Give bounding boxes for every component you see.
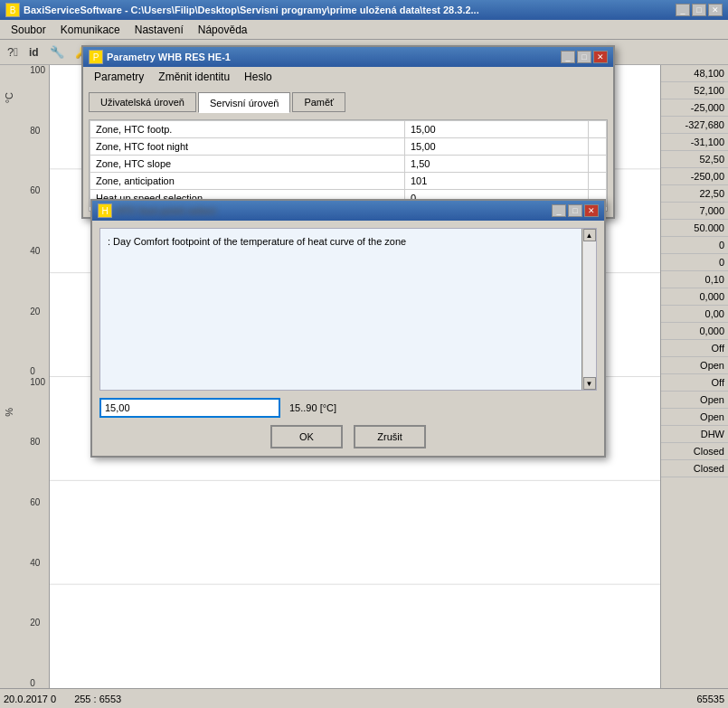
toolbar-id-icon[interactable]: id xyxy=(25,44,43,61)
menu-bar: Soubor Komunikace Nastavení Nápověda xyxy=(0,20,728,40)
menu-nastaveni[interactable]: Nastavení xyxy=(128,22,191,38)
tab-uzivatelska[interactable]: Uživatelská úroveň xyxy=(89,92,196,112)
menu-komunikace[interactable]: Komunikace xyxy=(53,22,128,38)
dialog-help-maximize[interactable]: □ xyxy=(568,204,582,217)
right-value-15: 0,000 xyxy=(661,323,728,340)
param-label-3: Zone, anticipation xyxy=(90,173,405,190)
param-label-2: Zone, HTC slope xyxy=(90,156,405,173)
minimize-button[interactable]: _ xyxy=(676,4,690,16)
scroll-track xyxy=(583,241,596,377)
dialog-parametry-controls: _ □ ✕ xyxy=(561,51,608,63)
right-value-0: 48,100 xyxy=(661,65,728,82)
dialog-help-minimize[interactable]: _ xyxy=(552,204,566,217)
scroll-down-arrow[interactable]: ▼ xyxy=(583,377,596,390)
window-controls: _ □ ✕ xyxy=(676,4,723,16)
param-scroll-0 xyxy=(589,121,607,138)
dialog-menu-identitu[interactable]: Změnit identitu xyxy=(151,69,237,85)
toolbar-help-icon[interactable]: ?⃝ xyxy=(4,43,22,61)
table-row: Zone, HTC foot night xyxy=(90,138,607,156)
right-value-12: 0,10 xyxy=(661,271,728,288)
help-value-input[interactable] xyxy=(99,398,280,418)
maximize-button[interactable]: □ xyxy=(692,4,706,16)
right-panel: 48,100 52,100 -25,000 -327,680 -31,100 5… xyxy=(660,65,728,688)
param-value-1 xyxy=(405,138,589,156)
right-value-7: 22,50 xyxy=(661,185,728,203)
param-label-0: Zone, HTC footp. xyxy=(90,121,405,138)
dialog-parametry-content: Uživatelská úroveň Servisní úroveň Paměť… xyxy=(83,87,613,217)
dialog-parametry: P Parametry WHB RES HE-1 _ □ ✕ Parametry… xyxy=(81,45,615,219)
param-scroll-1 xyxy=(589,138,607,156)
dialog-help-title: HTC foot point select xyxy=(116,205,548,216)
param-label-1: Zone, HTC foot night xyxy=(90,138,405,156)
right-value-21: DHW xyxy=(661,426,728,443)
dialog-help-controls: _ □ ✕ xyxy=(552,204,599,217)
right-value-8: 7,000 xyxy=(661,203,728,220)
param-input-2[interactable] xyxy=(411,158,582,169)
right-value-23: Closed xyxy=(661,460,728,477)
right-value-16: Off xyxy=(661,340,728,357)
tab-servisni[interactable]: Servisní úroveň xyxy=(198,92,290,113)
dialog-help: H HTC foot point select _ □ ✕ : Day Comf… xyxy=(90,199,606,458)
dialog-parametry-close[interactable]: ✕ xyxy=(593,51,608,63)
close-button[interactable]: ✕ xyxy=(708,4,723,16)
app-icon: B xyxy=(5,3,20,17)
help-buttons: OK Zrušit xyxy=(99,425,597,448)
param-scroll-3 xyxy=(589,173,607,190)
dialog-parametry-maximize[interactable]: □ xyxy=(577,51,591,63)
help-scrollbar: ▲ ▼ xyxy=(581,229,596,390)
right-value-19: Open xyxy=(661,392,728,409)
menu-soubor[interactable]: Soubor xyxy=(4,22,53,38)
scroll-up-arrow[interactable]: ▲ xyxy=(583,229,596,241)
dialog-help-close[interactable]: ✕ xyxy=(584,204,599,217)
param-scroll-2 xyxy=(589,156,607,173)
status-right: 65535 xyxy=(696,694,724,704)
right-value-2: -25,000 xyxy=(661,99,728,117)
right-value-3: -327,680 xyxy=(661,117,728,134)
right-value-9: 50.000 xyxy=(661,220,728,237)
right-value-14: 0,00 xyxy=(661,306,728,323)
right-value-5: 52,50 xyxy=(661,151,728,168)
dialog-menu-heslo[interactable]: Heslo xyxy=(237,69,279,85)
toolbar-wrench-icon[interactable]: 🔧 xyxy=(46,43,68,61)
dialog-menu-parametry[interactable]: Parametry xyxy=(87,69,151,85)
status-date: 20.0.2017 0 xyxy=(4,694,56,704)
dialog-parametry-minimize[interactable]: _ xyxy=(561,51,575,63)
dialog-help-titlebar: H HTC foot point select _ □ ✕ xyxy=(92,201,604,221)
right-value-20: Open xyxy=(661,409,728,426)
help-input-row: 15..90 [°C] xyxy=(99,398,597,418)
axis-percent-numbers: 100 80 60 40 20 0 xyxy=(30,377,45,689)
right-value-6: -250,00 xyxy=(661,168,728,185)
tab-bar: Uživatelská úroveň Servisní úroveň Paměť xyxy=(89,92,608,112)
help-text: : Day Comfort footpoint of the temperatu… xyxy=(108,236,406,247)
param-value-0 xyxy=(405,121,589,138)
dialog-parametry-title: Parametry WHB RES HE-1 xyxy=(107,52,557,62)
param-value-2 xyxy=(405,156,589,173)
axis-unit-celsius: °C xyxy=(4,92,14,103)
cancel-button[interactable]: Zrušit xyxy=(354,425,426,448)
help-range-label: 15..90 [°C] xyxy=(289,402,336,413)
param-input-0[interactable] xyxy=(411,124,582,135)
param-table: Zone, HTC footp. Zone, HTC foot night Zo… xyxy=(90,120,607,207)
param-input-3[interactable] xyxy=(411,175,582,186)
param-input-1[interactable] xyxy=(411,141,582,152)
ok-button[interactable]: OK xyxy=(270,425,343,448)
title-bar: B BaxiServiceSoftware - C:\Users\Filip\D… xyxy=(0,0,728,20)
dialog-help-icon: H xyxy=(98,203,112,218)
right-value-11: 0 xyxy=(661,254,728,271)
right-value-22: Closed xyxy=(661,443,728,460)
dialog-parametry-icon: P xyxy=(89,50,103,64)
table-row: Zone, HTC footp. xyxy=(90,121,607,138)
menu-napoveda[interactable]: Nápověda xyxy=(191,22,255,38)
right-value-10: 0 xyxy=(661,237,728,254)
right-value-4: -31,100 xyxy=(661,134,728,151)
help-text-area: : Day Comfort footpoint of the temperatu… xyxy=(99,228,597,391)
axis-celsius-numbers: 100 80 60 40 20 0 xyxy=(30,65,45,377)
axis-unit-percent: % xyxy=(4,408,14,417)
table-row: Zone, HTC slope xyxy=(90,156,607,173)
right-value-17: Open xyxy=(661,357,728,374)
dialog-parametry-menubar: Parametry Změnit identitu Heslo xyxy=(83,67,613,87)
tab-pamet[interactable]: Paměť xyxy=(292,92,345,112)
dialog-parametry-titlebar: P Parametry WHB RES HE-1 _ □ ✕ xyxy=(83,47,613,67)
right-value-18: Off xyxy=(661,374,728,392)
left-axis: °C 100 80 60 40 20 0 % 100 80 60 40 20 0 xyxy=(0,65,50,688)
